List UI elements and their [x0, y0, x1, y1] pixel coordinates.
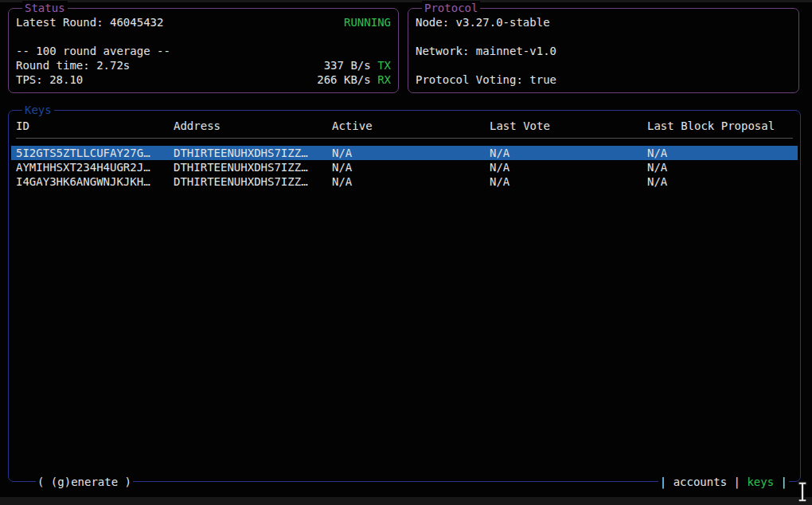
tps-value: 28.10 [49, 73, 83, 86]
tab-separator: | [660, 476, 666, 488]
tab-keys[interactable]: keys [747, 476, 774, 488]
tps: TPS: 28.10 [16, 72, 83, 87]
cell-last-block-proposal: N/A [647, 146, 793, 160]
cell-last-vote: N/A [490, 174, 647, 189]
table-header: ID Address Active Last Vote Last Block P… [16, 119, 793, 133]
cell-active: N/A [332, 174, 490, 189]
cell-active: N/A [332, 160, 490, 174]
cell-last-vote: N/A [490, 146, 647, 160]
column-header-last-block-proposal: Last Block Proposal [647, 119, 793, 133]
cell-address: DTHIRTEENUHXDHS7IZZ… [174, 174, 332, 189]
window-edge-top [0, 0, 812, 2]
tps-line: TPS: 28.10 266 KB/s RX [16, 72, 391, 87]
status-panel-title: Status [22, 1, 68, 15]
latest-round-line: Latest Round: 46045432 RUNNING [16, 15, 391, 29]
latest-round: Latest Round: 46045432 [16, 15, 163, 29]
latest-round-value: 46045432 [110, 16, 163, 29]
tab-separator: | [781, 476, 787, 488]
network-line: Network: mainnet-v1.0 [416, 44, 791, 58]
run-state-badge: RUNNING [344, 15, 391, 29]
column-header-id: ID [16, 119, 174, 133]
node-version: Node: v3.27.0-stable [416, 15, 550, 29]
table-row[interactable]: I4GAY3HK6ANGWNJKJKH… DTHIRTEENUHXDHS7IZZ… [11, 174, 798, 189]
round-time: Round time: 2.72s [16, 58, 130, 72]
cell-address: DTHIRTEENUHXDHS7IZZ… [174, 160, 332, 174]
cell-last-vote: N/A [490, 160, 647, 174]
tx-rate: 337 B/s TX [324, 58, 391, 72]
cell-id: AYMIHHSXT234H4UGR2J… [16, 160, 174, 174]
status-panel: Status Latest Round: 46045432 RUNNING --… [8, 8, 399, 93]
cell-active: N/A [332, 146, 490, 160]
round-time-value: 2.72s [96, 59, 130, 72]
text-cursor-icon [796, 481, 810, 503]
protocol-voting: Protocol Voting: true [416, 72, 556, 87]
cell-address: DTHIRTEENUHXDHS7IZZ… [174, 146, 332, 160]
tx-label: TX [377, 59, 391, 72]
footer-tabs: | accounts | keys | [658, 475, 789, 489]
keys-panel: Keys ID Address Active Last Vote Last Bl… [8, 110, 801, 482]
table-body: 5I2GTS5ZTLLCUFAY27G… DTHIRTEENUHXDHS7IZZ… [16, 146, 793, 189]
rx-rate: 266 KB/s RX [317, 72, 391, 87]
header-divider [16, 138, 793, 139]
table-row[interactable]: 5I2GTS5ZTLLCUFAY27G… DTHIRTEENUHXDHS7IZZ… [11, 146, 798, 160]
tab-separator: | [734, 476, 740, 488]
generate-button[interactable]: ( (g)enerate ) [36, 475, 133, 489]
cell-id: I4GAY3HK6ANGWNJKJKH… [16, 174, 174, 189]
cell-last-block-proposal: N/A [647, 160, 793, 174]
cell-id: 5I2GTS5ZTLLCUFAY27G… [16, 146, 174, 160]
round-time-line: Round time: 2.72s 337 B/s TX [16, 58, 391, 72]
blank-line [416, 58, 791, 72]
column-header-address: Address [174, 119, 332, 133]
protocol-panel: Protocol Node: v3.27.0-stable Network: m… [408, 8, 799, 93]
cell-last-block-proposal: N/A [647, 174, 793, 189]
blank-line [16, 29, 391, 44]
protocol-voting-line: Protocol Voting: true [416, 72, 791, 87]
keys-panel-title: Keys [22, 103, 54, 117]
network: Network: mainnet-v1.0 [416, 44, 556, 58]
column-header-last-vote: Last Vote [490, 119, 647, 133]
node-version-line: Node: v3.27.0-stable [416, 15, 791, 29]
average-header-line: -- 100 round average -- [16, 44, 391, 58]
rx-label: RX [377, 73, 391, 86]
protocol-panel-title: Protocol [422, 1, 480, 15]
table-row[interactable]: AYMIHHSXT234H4UGR2J… DTHIRTEENUHXDHS7IZZ… [11, 160, 798, 174]
blank-line [416, 29, 791, 44]
column-header-active: Active [332, 119, 490, 133]
window-edge-bottom [0, 497, 812, 505]
average-header: -- 100 round average -- [16, 44, 170, 58]
tab-accounts[interactable]: accounts [673, 476, 727, 488]
